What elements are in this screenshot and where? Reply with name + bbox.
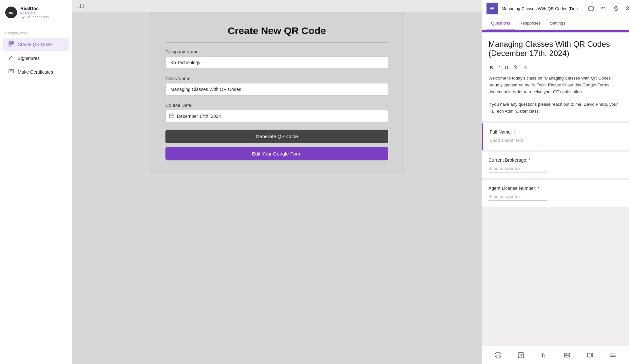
import-questions-button[interactable] [515,350,526,361]
gform-description-p1: Welcome to today's class on "Managing Cl… [488,75,622,95]
license-answer-hint: Short answer text [488,194,547,201]
logo-text: RealDoc v2.0 Beta By Ka Technology [20,6,49,19]
certificates-icon [8,69,14,75]
question-license-label: Agent License Number:* [488,186,622,191]
svg-rect-7 [10,45,10,46]
svg-rect-5 [10,42,10,43]
qr-form-card: Create New QR Code Company Name Class Na… [149,12,405,173]
question-agent-license[interactable]: Agent License Number:* Short answer text [482,180,629,207]
app-logo: RD RealDoc v2.0 Beta By Ka Technology [0,0,72,25]
comment-button[interactable] [586,4,596,13]
tab-questions[interactable]: Questions [486,17,515,29]
app-by: By Ka Technology [20,15,49,19]
svg-rect-20 [170,114,174,118]
sidebar-item-label-signatures: Signatures [18,56,40,61]
gform-header-left: Managing Classes With QR Codes (December… [486,3,583,14]
svg-point-45 [565,354,566,355]
svg-rect-6 [12,42,13,43]
question-brokerage-label: Current Brokerage:* [488,157,622,163]
svg-point-31 [592,8,592,9]
course-date-input[interactable] [165,110,388,122]
company-name-label: Company Name [165,49,388,54]
svg-rect-44 [564,353,570,357]
gform-doc-icon [486,3,498,14]
sidebar-item-signatures[interactable]: Signatures [3,52,69,65]
link-button[interactable] [611,4,621,13]
clear-format-button[interactable] [522,64,529,71]
class-name-input[interactable] [165,83,388,96]
svg-rect-11 [13,46,13,46]
gform-body: Managing Classes With QR Codes (December… [482,30,629,346]
add-video-button[interactable] [584,350,596,361]
add-collaborator-button[interactable] [623,4,629,13]
add-image-button[interactable] [562,350,573,361]
gform-bottom-toolbar: T t [482,346,629,364]
svg-rect-10 [11,46,12,46]
sidebar-section-label: Control Panel [0,25,72,38]
main-area: Create New QR Code Company Name Class Na… [72,0,629,364]
gform-doc-title: Managing Classes With QR Codes (December… [502,6,583,11]
svg-line-12 [9,56,12,59]
gform-form-title: Managing Classes With QR Codes (December… [488,40,622,60]
svg-rect-15 [9,69,13,73]
svg-rect-19 [81,4,83,8]
svg-line-13 [12,56,13,57]
svg-point-32 [627,7,629,9]
svg-text:RD: RD [9,11,13,14]
left-panel: Create New QR Code Company Name Class Na… [72,0,482,364]
sidebar-item-label-certificates: Make Certificates [18,69,53,75]
right-panel: Managing Classes With QR Codes (December… [482,0,629,364]
question-full-name-label: Full Name:* [490,129,622,135]
svg-rect-46 [587,353,591,357]
italic-button[interactable]: I [497,64,501,71]
gform-header: Managing Classes With QR Codes (December… [482,0,629,17]
app-name: RealDoc [20,6,49,11]
course-date-label: Course Date [165,103,388,108]
add-title-button[interactable]: T t [538,350,549,361]
app-version: v2.0 Beta [20,11,49,15]
company-name-input[interactable] [165,56,388,69]
generate-qr-button[interactable]: Generate QR Code [165,130,388,143]
signatures-icon [8,55,14,62]
required-marker-1: * [529,157,530,163]
question-current-brokerage[interactable]: Current Brokerage:* Short answer text [482,152,629,178]
svg-rect-9 [13,44,13,45]
gform-description-p2: If you have any questions please reach o… [488,101,622,115]
question-full-name[interactable]: Full Name:* Short answer text [482,123,629,150]
class-name-label: Class Name [165,76,388,81]
course-date-group: Course Date [165,103,388,122]
gform-title-card: Managing Classes With QR Codes (December… [482,30,629,121]
sidebar-item-label-create-qr: Create QR Code [18,42,52,47]
form-title: Create New QR Code [165,25,388,43]
date-input-wrapper [165,110,388,122]
svg-text:t: t [544,355,545,358]
svg-point-30 [591,8,591,9]
required-marker-0: * [513,129,515,135]
edit-google-form-button[interactable]: Edit Your Google Form [165,147,388,160]
calendar-icon [169,113,174,119]
gform-text-toolbar: B I U [488,64,622,71]
add-section-button[interactable] [607,350,619,361]
add-question-button[interactable] [492,350,504,361]
sidebar-item-make-certificates[interactable]: Make Certificates [3,65,69,79]
qr-code-icon [8,41,14,48]
svg-rect-18 [78,4,80,8]
class-name-group: Class Name [165,76,388,96]
required-marker-2: * [538,186,539,191]
logo-icon: RD [5,7,17,18]
svg-line-14 [9,59,10,60]
svg-point-29 [590,8,590,9]
sidebar-item-create-qr-code[interactable]: Create QR Code [3,38,69,51]
underline-button[interactable]: U [504,64,509,71]
tab-settings[interactable]: Settings [545,17,570,29]
link-text-button[interactable] [512,64,519,71]
undo-button[interactable] [599,4,608,13]
svg-rect-8 [11,44,12,45]
panel-toggle-button[interactable] [77,3,84,9]
bold-button[interactable]: B [488,64,494,71]
brokerage-answer-hint: Short answer text [488,166,547,173]
company-name-group: Company Name [165,49,388,69]
panel-toolbar [72,0,482,12]
gform-tabs: Questions Responses Settings [482,17,629,30]
tab-responses[interactable]: Responses [515,17,545,29]
